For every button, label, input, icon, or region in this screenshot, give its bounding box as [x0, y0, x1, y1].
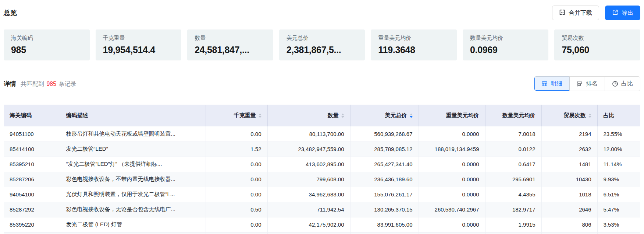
cell-desc: 彩色电视接收设备，无论是否包含无线电广... [60, 202, 206, 217]
cell-trades: 2632 [541, 142, 597, 157]
cell-share: 5.47% [597, 202, 640, 217]
cell-qty: 799,608.00 [267, 172, 350, 187]
cell-usd_per_qty: 0.6417 [485, 157, 541, 172]
table-row: 85287206彩色电视接收设备，不带内置无线电接收器...0.00799,60… [4, 172, 640, 187]
cell-kg: 0.00 [206, 126, 267, 142]
cell-usd_per_kg: 0.0000 [419, 172, 485, 187]
cell-code: 85414100 [4, 142, 60, 157]
summary-card: 贸易次数75,060 [554, 29, 640, 60]
match-prefix: 共匹配到 [21, 81, 44, 87]
cell-usd_per_qty: 182.9717 [485, 202, 541, 217]
column-label: 数量 [328, 112, 339, 119]
cell-usd_per_qty: 4.4355 [485, 187, 541, 202]
table-row: 85414100发光二极管“LED”1.5223,482,947,559.002… [4, 142, 640, 157]
cell-share: 12.00% [597, 142, 640, 157]
merge-download-button[interactable]: 合并下载 [552, 6, 599, 20]
summary-card: 海关编码985 [4, 29, 90, 60]
tab-label: 占比 [621, 80, 633, 88]
column-header-trades[interactable]: 贸易次数 [541, 105, 597, 126]
table-row: 85395210“发光二极管“LED”灯” （未提供详细标...0.00413,… [4, 157, 640, 172]
summary-card: 数量美元均价0.0969 [463, 29, 549, 60]
card-value: 24,581,847,... [195, 45, 266, 55]
dashboard-page: 总览 合并下载 导出 海关编码985千克重量19,954,514.4数量24,5… [0, 0, 644, 234]
ranking-icon [577, 81, 583, 87]
detail-title: 详情 [4, 80, 16, 88]
tab-label: 排名 [586, 80, 598, 88]
column-header-kg[interactable]: 千克重量 [206, 105, 267, 126]
cell-trades: 10430 [541, 172, 597, 187]
cell-empty [206, 232, 267, 234]
cell-usd: 155,076,261.17 [350, 187, 419, 202]
column-label: 美元总价 [385, 112, 407, 119]
sort-icon [588, 113, 591, 118]
column-label: 数量美元均价 [502, 112, 536, 119]
topbar: 总览 合并下载 导出 [4, 0, 640, 21]
cell-code: 94051100 [4, 126, 60, 142]
detail-heading: 详情 共匹配到 985 条记录 [4, 80, 77, 88]
column-header-qty[interactable]: 数量 [267, 105, 350, 126]
cell-code: 85395220 [4, 217, 60, 232]
tab-proportion[interactable]: 占比 [605, 77, 640, 91]
cell-empty [4, 232, 60, 234]
cell-kg: 0.00 [206, 187, 267, 202]
card-value: 19,954,514.4 [103, 45, 174, 55]
cell-kg: 0.00 [206, 157, 267, 172]
column-header-usd[interactable]: 美元总价 [350, 105, 419, 126]
summary-card: 千克重量19,954,514.4 [96, 29, 182, 60]
cell-qty: 711,942.54 [267, 202, 350, 217]
page-title: 总览 [4, 8, 17, 17]
cell-qty: 23,482,947,559.00 [267, 142, 350, 157]
card-label: 重量美元均价 [378, 35, 449, 41]
cell-kg: 0.00 [206, 172, 267, 187]
card-label: 美元总价 [287, 35, 358, 41]
cell-empty [541, 232, 597, 234]
cell-usd_per_kg: 0.0000 [419, 126, 485, 142]
column-label: 占比 [604, 112, 615, 119]
column-label: 编码描述 [66, 112, 88, 119]
column-label: 贸易次数 [564, 112, 586, 119]
cell-empty [60, 232, 206, 234]
table-row-partial [4, 232, 640, 234]
cell-usd_per_kg: 0.0000 [419, 157, 485, 172]
match-suffix: 条记录 [59, 81, 77, 87]
detail-bar: 详情 共匹配到 985 条记录 明细排名占比 [4, 76, 640, 91]
cell-trades: 1018 [541, 187, 597, 202]
cell-kg: 0.00 [206, 217, 267, 232]
cell-code: 94054100 [4, 187, 60, 202]
card-value: 119.3648 [378, 45, 449, 55]
tab-ranking[interactable]: 排名 [569, 77, 605, 91]
tab-details[interactable]: 明细 [534, 77, 569, 91]
table-icon [541, 81, 548, 87]
cell-empty [597, 232, 640, 234]
table-row: 85287292彩色电视接收设备，无论是否包含无线电广...0.50711,94… [4, 202, 640, 217]
cell-share: 9.93% [597, 172, 640, 187]
column-header-share: 占比 [597, 105, 640, 126]
sort-icon [259, 113, 261, 118]
cell-empty [350, 232, 419, 234]
cell-code: 85287206 [4, 172, 60, 187]
match-text: 共匹配到 985 条记录 [21, 80, 77, 88]
cell-code: 85287292 [4, 202, 60, 217]
cell-empty [267, 232, 350, 234]
card-value: 2,381,867,5... [287, 45, 358, 55]
column-header-code: 海关编码 [4, 105, 60, 126]
cell-share: 6.51% [597, 187, 640, 202]
cell-qty: 80,113,700.00 [267, 126, 350, 142]
card-value: 75,060 [562, 45, 633, 55]
export-button[interactable]: 导出 [605, 6, 640, 20]
cell-qty: 42,175,902.00 [267, 217, 350, 232]
cell-usd: 83,991,605.00 [350, 217, 419, 232]
cell-desc: 发光二极管 (LED) 灯管 [60, 217, 206, 232]
column-label: 海关编码 [10, 112, 32, 119]
cell-trades: 1481 [541, 157, 597, 172]
cell-usd_per_qty: 1.9915 [485, 217, 541, 232]
cell-usd_per_qty: 295.6901 [485, 172, 541, 187]
cell-empty [485, 232, 541, 234]
cell-desc: 彩色电视接收设备，不带内置无线电接收器... [60, 172, 206, 187]
summary-cards: 海关编码985千克重量19,954,514.4数量24,581,847,...美… [4, 29, 640, 60]
cell-qty: 34,962,683.00 [267, 187, 350, 202]
cell-share: 23.55% [597, 126, 640, 142]
card-value: 985 [11, 45, 82, 55]
view-tabs: 明细排名占比 [534, 76, 640, 91]
cell-usd_per_kg: 260,530,740.2967 [419, 202, 485, 217]
